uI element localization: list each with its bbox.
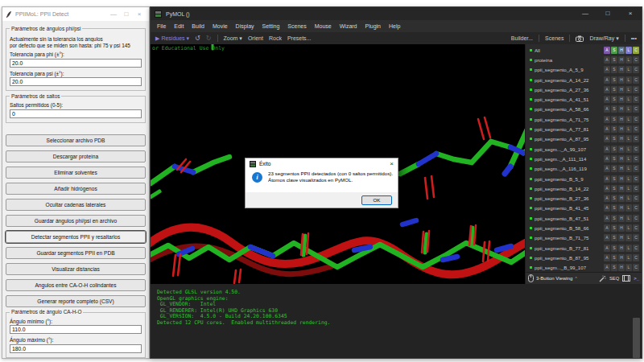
- drawray-dropdown[interactable]: Draw/Ray ▾: [589, 35, 618, 42]
- orient-button[interactable]: Orient: [248, 35, 263, 41]
- color-C-button[interactable]: C: [633, 96, 639, 103]
- color-C-button[interactable]: C: [633, 155, 639, 162]
- action-button[interactable]: Detectar segmentos PPII y resaltarlos: [6, 231, 146, 243]
- scenes-button[interactable]: Scenes: [545, 35, 564, 41]
- label-L-button[interactable]: L: [625, 245, 632, 252]
- hide-H-button[interactable]: H: [618, 66, 625, 73]
- action-A-button[interactable]: A: [604, 125, 610, 133]
- seq-toggle-button[interactable]: SEQ: [609, 276, 619, 281]
- object-row[interactable]: ppii_segmento_B_27_36 A S H L C: [526, 193, 642, 203]
- object-row[interactable]: ppii_segm..._A_99_107 A S H L C: [526, 144, 642, 154]
- action-A-button[interactable]: A: [604, 204, 610, 212]
- mouse-mode-selector[interactable]: 3-Button Viewing: [536, 276, 572, 281]
- object-row[interactable]: ppii_segmento_A_14_22 A S H L C: [526, 75, 642, 84]
- wizard-wand-icon[interactable]: [599, 275, 606, 282]
- menu-item[interactable]: Mouse: [311, 23, 336, 29]
- color-C-button[interactable]: C: [633, 215, 639, 222]
- maximize-button[interactable]: □: [597, 7, 619, 20]
- object-row[interactable]: ppii_segmento_A_71_75 A S H L C: [526, 114, 642, 124]
- object-row[interactable]: ppii_segm.._A_116_119 A S H L C: [526, 164, 642, 174]
- action-A-button[interactable]: A: [604, 135, 610, 142]
- color-C-button[interactable]: C: [633, 165, 639, 172]
- color-C-button[interactable]: C: [633, 116, 639, 123]
- show-S-button[interactable]: S: [611, 234, 617, 241]
- label-L-button[interactable]: L: [625, 135, 632, 142]
- action-A-button[interactable]: A: [604, 146, 610, 153]
- undo-button[interactable]: ↺: [195, 35, 200, 42]
- ok-button[interactable]: OK: [361, 195, 392, 205]
- menu-item[interactable]: Setting: [258, 23, 284, 29]
- object-row[interactable]: ppii_segmento_A_27_36 A S H L C: [526, 84, 642, 94]
- label-L-button[interactable]: L: [625, 47, 632, 54]
- action-A-button[interactable]: A: [604, 234, 610, 241]
- color-C-button[interactable]: C: [633, 204, 639, 212]
- show-S-button[interactable]: S: [611, 165, 617, 172]
- hide-H-button[interactable]: H: [618, 56, 625, 64]
- hide-H-button[interactable]: H: [618, 146, 625, 153]
- show-S-button[interactable]: S: [611, 135, 617, 142]
- object-row[interactable]: ppii_segmento_B_41_45 A S H L C: [526, 204, 642, 213]
- color-C-button[interactable]: C: [633, 185, 639, 192]
- presets-button[interactable]: Presets...: [287, 35, 312, 41]
- show-S-button[interactable]: S: [611, 204, 617, 212]
- show-S-button[interactable]: S: [611, 155, 617, 162]
- label-L-button[interactable]: L: [625, 264, 632, 271]
- object-row[interactable]: ppii_segmento_B_77_81 A S H L C: [526, 243, 642, 253]
- psi-tolerance-input[interactable]: [10, 77, 142, 86]
- hide-H-button[interactable]: H: [618, 135, 625, 142]
- object-row[interactable]: ppii_segmento_A_87_95 A S H L C: [526, 134, 642, 144]
- action-A-button[interactable]: A: [604, 47, 610, 54]
- label-L-button[interactable]: L: [625, 56, 632, 64]
- menu-item[interactable]: Movie: [208, 23, 232, 29]
- menu-item[interactable]: Help: [385, 23, 404, 29]
- action-A-button[interactable]: A: [604, 76, 610, 84]
- color-C-button[interactable]: C: [633, 245, 639, 252]
- show-S-button[interactable]: S: [611, 215, 617, 222]
- color-C-button[interactable]: C: [633, 86, 639, 93]
- label-L-button[interactable]: L: [625, 175, 632, 183]
- color-C-button[interactable]: C: [633, 146, 639, 153]
- action-button[interactable]: Guardar segmentos PPII en PDB: [6, 247, 146, 259]
- action-button[interactable]: Seleccionar archivo PDB: [6, 134, 146, 146]
- menu-item[interactable]: Scenes: [283, 23, 310, 29]
- label-L-button[interactable]: L: [625, 195, 632, 202]
- maximize-button[interactable]: □: [120, 7, 133, 21]
- action-button[interactable]: Visualizar distancias: [6, 263, 146, 275]
- object-row[interactable]: All A S H L C: [526, 45, 642, 55]
- action-A-button[interactable]: A: [604, 195, 610, 202]
- hide-H-button[interactable]: H: [618, 254, 625, 261]
- action-A-button[interactable]: A: [604, 66, 610, 73]
- action-button[interactable]: Angulos entre CA-O-H colindantes: [6, 279, 146, 291]
- action-A-button[interactable]: A: [604, 175, 610, 183]
- color-C-button[interactable]: C: [633, 125, 639, 133]
- color-C-button[interactable]: C: [633, 47, 639, 54]
- label-L-button[interactable]: L: [625, 254, 632, 261]
- hide-H-button[interactable]: H: [618, 105, 625, 113]
- show-S-button[interactable]: S: [611, 56, 617, 64]
- show-S-button[interactable]: S: [611, 146, 617, 153]
- pymol-titlebar[interactable]: PyMOL () — □ ×: [151, 7, 642, 20]
- action-button[interactable]: Ocultar cadenas laterales: [6, 199, 146, 211]
- color-C-button[interactable]: C: [633, 66, 639, 73]
- menu-item[interactable]: Wizard: [336, 23, 361, 29]
- action-A-button[interactable]: A: [604, 116, 610, 123]
- color-C-button[interactable]: C: [633, 195, 639, 202]
- hide-H-button[interactable]: H: [618, 245, 625, 252]
- hide-H-button[interactable]: H: [618, 116, 625, 123]
- object-row[interactable]: ppii_segmento_B_87_95 A S H L C: [526, 253, 642, 262]
- redo-button[interactable]: ↻: [206, 35, 212, 42]
- object-row[interactable]: proteina A S H L C: [526, 55, 642, 64]
- show-S-button[interactable]: S: [611, 125, 617, 133]
- action-A-button[interactable]: A: [604, 105, 610, 113]
- show-S-button[interactable]: S: [611, 175, 617, 183]
- action-button[interactable]: Guardar ángulos phi/psi en archivo: [6, 215, 146, 227]
- label-L-button[interactable]: L: [625, 224, 632, 232]
- menu-item[interactable]: Display: [232, 23, 258, 29]
- menu-item[interactable]: Edit: [170, 23, 188, 29]
- show-S-button[interactable]: S: [611, 105, 617, 113]
- color-C-button[interactable]: C: [633, 76, 639, 84]
- object-row[interactable]: ppii_segmento_B_58_66 A S H L C: [526, 223, 642, 232]
- color-C-button[interactable]: C: [633, 56, 639, 64]
- ppiimol-titlebar[interactable]: PPIIMoL: PPII Detect — □ ×: [2, 7, 149, 21]
- dialog-titlebar[interactable]: Éxito ×: [246, 158, 398, 169]
